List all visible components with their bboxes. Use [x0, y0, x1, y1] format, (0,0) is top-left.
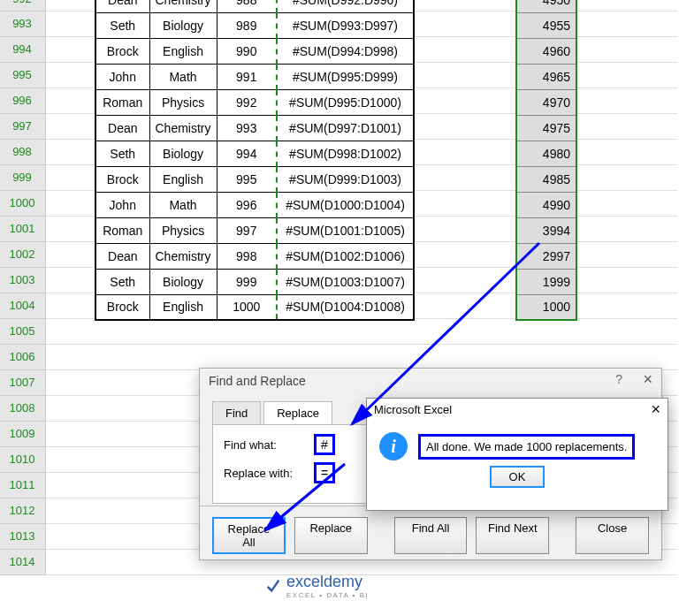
cell[interactable]: Seth [95, 269, 149, 294]
tab-replace[interactable]: Replace [263, 401, 332, 424]
table-row[interactable]: BrockEnglish990#SUM(D994:D998) [95, 38, 414, 64]
table-row[interactable]: SethBiology999#SUM(D1003:D1007) [95, 269, 414, 294]
cell[interactable]: Biology [149, 12, 217, 38]
table-row[interactable]: RomanPhysics997#SUM(D1001:D1005) [95, 217, 414, 243]
cell[interactable]: #SUM(D994:D998) [277, 38, 414, 64]
cell[interactable]: Seth [95, 141, 149, 166]
close-icon[interactable]: × [643, 370, 652, 389]
row-header[interactable]: 1002 [0, 242, 46, 268]
row-header[interactable]: 1007 [0, 370, 46, 396]
cell[interactable]: Dean [95, 0, 149, 12]
replace-with-input[interactable] [317, 465, 332, 481]
tab-find[interactable]: Find [212, 401, 261, 424]
row-header[interactable]: 999 [0, 165, 46, 191]
dialog-title-bar[interactable]: Find and Replace ? × [200, 369, 661, 395]
cell[interactable]: John [95, 64, 149, 89]
cell[interactable]: Seth [95, 12, 149, 38]
cell[interactable]: Physics [149, 217, 217, 243]
cell[interactable]: #SUM(D992:D996) [277, 0, 414, 12]
cell[interactable]: #SUM(D1004:D1008) [277, 294, 414, 320]
cell[interactable]: #SUM(D1000:D1004) [277, 192, 414, 217]
cell[interactable]: Math [149, 64, 217, 89]
cell[interactable]: Dean [95, 243, 149, 269]
row-header[interactable]: 1008 [0, 396, 46, 422]
cell[interactable]: Math [149, 192, 217, 217]
row-header[interactable]: 1010 [0, 447, 46, 473]
row-header[interactable]: 1014 [0, 550, 46, 575]
cell[interactable]: Biology [149, 269, 217, 294]
result-cell[interactable]: 4965 [516, 64, 576, 89]
result-cell[interactable]: 1999 [516, 269, 576, 294]
find-what-input[interactable] [317, 437, 332, 452]
cell[interactable]: #SUM(D995:D999) [277, 64, 414, 89]
message-close-icon[interactable]: × [651, 400, 660, 419]
cell[interactable]: 989 [217, 12, 277, 38]
cell[interactable]: 995 [217, 166, 277, 192]
find-all-button[interactable]: Find All [394, 517, 468, 554]
cell[interactable]: 999 [217, 269, 277, 294]
cell[interactable]: Biology [149, 141, 217, 166]
cell[interactable]: #SUM(D998:D1002) [277, 141, 414, 166]
table-row[interactable]: DeanChemistry998#SUM(D1002:D1006) [95, 243, 414, 269]
cell[interactable]: Chemistry [149, 243, 217, 269]
result-cell[interactable]: 4990 [516, 192, 576, 217]
result-cell[interactable]: 1000 [516, 294, 576, 320]
row-header[interactable]: 997 [0, 114, 46, 140]
row-header[interactable]: 1006 [0, 345, 46, 370]
cell[interactable]: Brock [95, 294, 149, 320]
row-header[interactable]: 1009 [0, 422, 46, 447]
cell[interactable]: English [149, 166, 217, 192]
table-row[interactable]: RomanPhysics992#SUM(D995:D1000) [95, 89, 414, 115]
result-cell[interactable]: 4955 [516, 12, 576, 38]
row-header[interactable]: 998 [0, 140, 46, 165]
cell[interactable]: Chemistry [149, 0, 217, 12]
result-column[interactable]: 4950495549604965497049754980498549903994… [515, 0, 577, 321]
cell[interactable]: 998 [217, 243, 277, 269]
find-next-button[interactable]: Find Next [476, 517, 549, 554]
result-cell[interactable]: 4980 [516, 141, 576, 166]
row-header[interactable]: 1000 [0, 191, 46, 217]
cell[interactable]: #SUM(D995:D1000) [277, 89, 414, 115]
cell[interactable]: #SUM(D1002:D1006) [277, 243, 414, 269]
cell[interactable]: 988 [217, 0, 277, 12]
table-row[interactable]: DeanChemistry993#SUM(D997:D1001) [95, 115, 414, 141]
result-cell[interactable]: 4950 [516, 0, 576, 12]
result-cell[interactable]: 3994 [516, 217, 576, 243]
table-row[interactable]: BrockEnglish1000#SUM(D1004:D1008) [95, 294, 414, 320]
table-row[interactable]: SethBiology989#SUM(D993:D997) [95, 12, 414, 38]
cell[interactable]: #SUM(D997:D1001) [277, 115, 414, 141]
row-header[interactable]: 993 [0, 11, 46, 37]
result-cell[interactable]: 4985 [516, 166, 576, 192]
replace-all-button[interactable]: Replace All [212, 517, 286, 554]
row-header[interactable]: 996 [0, 88, 46, 114]
result-cell[interactable]: 4970 [516, 89, 576, 115]
message-title-bar[interactable]: Microsoft Excel × [367, 399, 668, 423]
close-button[interactable]: Close [576, 517, 649, 554]
cell[interactable]: 993 [217, 115, 277, 141]
cell[interactable]: 991 [217, 64, 277, 89]
cell[interactable]: Roman [95, 217, 149, 243]
cell[interactable]: Roman [95, 89, 149, 115]
cell[interactable]: Dean [95, 115, 149, 141]
cell[interactable]: 996 [217, 192, 277, 217]
help-icon[interactable]: ? [615, 372, 622, 386]
cell[interactable]: Physics [149, 89, 217, 115]
cell[interactable]: Brock [95, 38, 149, 64]
table-row[interactable]: DeanChemistry988#SUM(D992:D996) [95, 0, 414, 12]
cell[interactable]: Brock [95, 166, 149, 192]
cell[interactable]: Chemistry [149, 115, 217, 141]
row-header[interactable]: 1003 [0, 268, 46, 293]
cell[interactable]: 1000 [217, 294, 277, 320]
row-header[interactable]: 1004 [0, 293, 46, 319]
table-row[interactable]: JohnMath991#SUM(D995:D999) [95, 64, 414, 89]
row-header[interactable]: 1001 [0, 217, 46, 242]
cell[interactable]: English [149, 294, 217, 320]
cell[interactable]: John [95, 192, 149, 217]
cell[interactable]: 997 [217, 217, 277, 243]
cell[interactable]: #SUM(D999:D1003) [277, 166, 414, 192]
row-header[interactable]: 994 [0, 37, 46, 63]
table-row[interactable]: BrockEnglish995#SUM(D999:D1003) [95, 166, 414, 192]
cell[interactable]: 990 [217, 38, 277, 64]
cell[interactable]: 994 [217, 141, 277, 166]
row-header[interactable]: 1013 [0, 524, 46, 550]
